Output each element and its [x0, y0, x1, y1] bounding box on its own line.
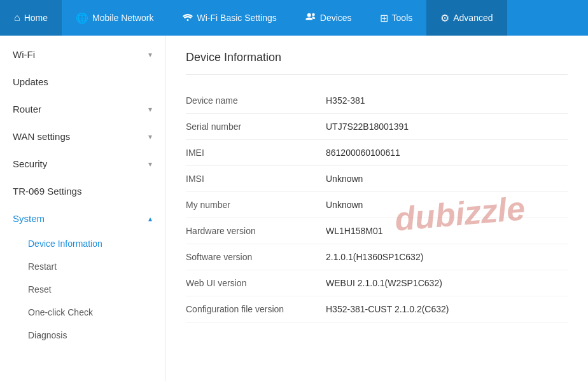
sidebar-updates-label: Updates [13, 76, 48, 87]
table-row: Web UI version WEBUI 2.1.0.1(W2SP1C632) [186, 270, 568, 296]
mobile-network-icon: 🌐 [76, 12, 88, 24]
sidebar-system-label: System [13, 213, 45, 224]
nav-mobile-network-label: Mobile Network [92, 13, 153, 23]
nav-mobile-network[interactable]: 🌐 Mobile Network [62, 0, 167, 36]
field-label-webui: Web UI version [186, 278, 326, 288]
field-value-config: H352-381-CUST 2.1.0.2(C632) [326, 304, 449, 314]
sidebar-subitem-device-info[interactable]: Device Information [0, 232, 165, 255]
table-row: Configuration file version H352-381-CUST… [186, 296, 568, 322]
nav-wifi-basic[interactable]: Wi-Fi Basic Settings [168, 0, 291, 36]
field-label-software: Software version [186, 252, 326, 262]
chevron-down-icon: ▾ [148, 50, 152, 59]
main-layout: Wi-Fi ▾ Updates Router ▾ WAN settings ▾ … [0, 36, 588, 381]
table-row: IMSI Unknown [186, 166, 568, 192]
sidebar-tr069-label: TR-069 Settings [13, 186, 81, 197]
nav-home-label: Home [24, 13, 48, 23]
field-label-serial: Serial number [186, 121, 326, 132]
sidebar-wifi-label: Wi-Fi [13, 49, 35, 60]
nav-devices[interactable]: Devices [291, 0, 366, 36]
field-value-device-name: H352-381 [326, 95, 365, 106]
nav-devices-label: Devices [320, 13, 352, 23]
nav-advanced-label: Advanced [453, 13, 493, 23]
chevron-down-icon: ▾ [148, 105, 152, 114]
table-row: Serial number UTJ7S22B18001391 [186, 114, 568, 140]
svg-point-0 [307, 13, 311, 17]
sidebar-subitem-one-click[interactable]: One-click Check [0, 301, 165, 324]
table-row: Device name H352-381 [186, 88, 568, 114]
home-icon: ⌂ [14, 12, 20, 24]
title-divider [186, 74, 568, 75]
sidebar-item-wan[interactable]: WAN settings ▾ [0, 123, 165, 150]
svg-point-1 [312, 13, 315, 17]
sidebar-restart-label: Restart [28, 261, 57, 272]
chevron-down-icon: ▾ [148, 132, 152, 141]
top-navigation: ⌂ Home 🌐 Mobile Network Wi-Fi Basic Sett… [0, 0, 588, 36]
table-row: Software version 2.1.0.1(H1360SP1C632) [186, 244, 568, 270]
field-label-hardware: Hardware version [186, 226, 326, 236]
field-value-imsi: Unknown [326, 174, 363, 184]
sidebar-item-updates[interactable]: Updates [0, 68, 165, 95]
wifi-icon [182, 12, 193, 24]
field-label-my-number: My number [186, 200, 326, 210]
sidebar-item-security[interactable]: Security ▾ [0, 150, 165, 177]
field-value-software: 2.1.0.1(H1360SP1C632) [326, 252, 423, 262]
sidebar-one-click-label: One-click Check [28, 307, 93, 317]
advanced-icon: ⚙ [440, 12, 449, 24]
field-label-config: Configuration file version [186, 304, 326, 314]
sidebar-diagnosis-label: Diagnosis [28, 330, 67, 340]
nav-tools-label: Tools [392, 13, 413, 23]
sidebar-subitem-diagnosis[interactable]: Diagnosis [0, 324, 165, 347]
nav-wifi-basic-label: Wi-Fi Basic Settings [197, 13, 277, 23]
sidebar-reset-label: Reset [28, 284, 52, 294]
field-value-hardware: WL1H158M01 [326, 226, 383, 236]
nav-tools[interactable]: ⊞ Tools [366, 0, 427, 36]
devices-icon [305, 12, 316, 24]
page-title: Device Information [186, 51, 568, 64]
sidebar-item-router[interactable]: Router ▾ [0, 95, 165, 123]
sidebar-item-wifi[interactable]: Wi-Fi ▾ [0, 41, 165, 68]
sidebar-wan-label: WAN settings [13, 131, 70, 142]
sidebar-security-label: Security [13, 158, 47, 169]
field-value-my-number: Unknown [326, 200, 363, 210]
field-value-webui: WEBUI 2.1.0.1(W2SP1C632) [326, 278, 442, 288]
nav-home[interactable]: ⌂ Home [0, 0, 62, 36]
sidebar-item-tr069[interactable]: TR-069 Settings [0, 177, 165, 205]
field-value-serial: UTJ7S22B18001391 [326, 121, 409, 132]
sidebar-router-label: Router [13, 104, 41, 114]
chevron-down-icon: ▾ [148, 160, 152, 169]
sidebar: Wi-Fi ▾ Updates Router ▾ WAN settings ▾ … [0, 36, 165, 381]
chevron-up-icon: ▴ [148, 214, 152, 223]
sidebar-device-info-label: Device Information [28, 239, 102, 249]
table-row: My number Unknown [186, 192, 568, 218]
field-label-imei: IMEI [186, 148, 326, 158]
nav-advanced[interactable]: ⚙ Advanced [426, 0, 507, 36]
sidebar-subitem-reset[interactable]: Reset [0, 278, 165, 301]
tools-icon: ⊞ [380, 12, 388, 24]
sidebar-item-system[interactable]: System ▴ [0, 205, 165, 232]
field-label-imsi: IMSI [186, 174, 326, 184]
device-info-table: Device name H352-381 Serial number UTJ7S… [186, 88, 568, 322]
sidebar-subitem-restart[interactable]: Restart [0, 255, 165, 278]
field-value-imei: 861200060100611 [326, 148, 400, 158]
table-row: IMEI 861200060100611 [186, 140, 568, 166]
table-row: Hardware version WL1H158M01 [186, 218, 568, 244]
main-content: Device Information dubizzle Device name … [165, 36, 588, 381]
field-label-device-name: Device name [186, 95, 326, 106]
